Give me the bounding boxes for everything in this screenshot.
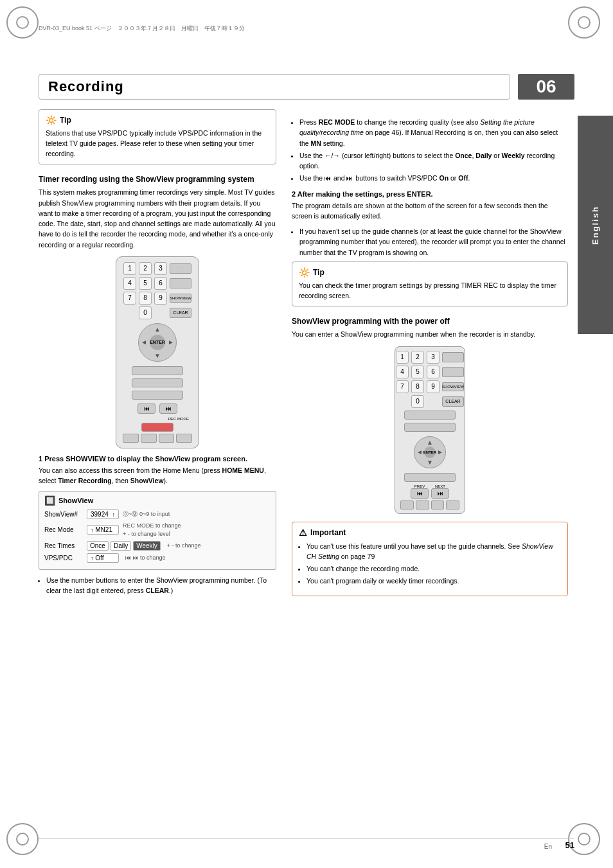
remote-btn-6: 6 <box>154 277 167 290</box>
remote-sm-nav-left: ◄ <box>416 448 423 456</box>
showview-row2-hint2: + - to change level <box>123 531 170 537</box>
remote-sm-nav-circle: ▲ ▼ ◄ ► ENTER <box>414 436 446 468</box>
remote-rec-btn <box>141 423 173 432</box>
remote-sm-btn-4: 4 <box>396 366 409 378</box>
remote-btn-2: 2 <box>139 262 152 275</box>
remote-wide-btn-2 <box>141 434 157 443</box>
remote-sm-long-btn-1 <box>404 411 456 420</box>
showview-weekly: Weekly <box>133 541 161 551</box>
remote-sm-long-btn-3 <box>404 473 456 482</box>
remote-sm-btn-1: 1 <box>396 351 409 364</box>
important-bullets: You can't use this feature until you hav… <box>299 541 561 587</box>
section1-heading: Timer recording using the ShowView progr… <box>39 175 276 184</box>
hint-icons: ⓪~⑨ <box>123 511 138 517</box>
remote-sm-btn-7: 7 <box>396 380 409 393</box>
showview-row4-label: VPS/PDC <box>44 554 83 562</box>
showview-row-2: Rec Mode ↑ MN21 REC MODE to change + - t… <box>44 522 271 538</box>
showview-row2-hint1: REC MODE to change <box>123 522 181 529</box>
showview-row-3: Rec Times Once Daily Weekly + - to chang… <box>44 541 271 551</box>
remote-sm-btn-6: 6 <box>427 366 440 378</box>
remote-left: 1 2 3 4 5 6 7 8 <box>116 256 199 448</box>
tip-label-2: Tip <box>313 268 324 277</box>
showview-row4-value: ↑ Off <box>87 553 119 563</box>
step2-body: The program details are shown at the bot… <box>292 200 568 222</box>
remote-btn-5: 5 <box>139 277 152 290</box>
remote-sm-placeholder-r2 <box>442 367 464 377</box>
rec-mode-label: REC MODE <box>123 417 192 421</box>
remote-transport: ⏮ ⏭ <box>138 403 177 414</box>
remote-enter-btn: ENTER <box>150 335 165 350</box>
remote-showview-btn: SHOWVIEW <box>170 294 191 303</box>
important-label: Important <box>310 528 346 537</box>
remote-btn-4: 4 <box>123 277 136 290</box>
remote-nav-up: ▲ <box>154 326 161 333</box>
remote-sm-btn-9: 9 <box>427 380 440 393</box>
showview-row2-label: Rec Mode <box>44 526 83 533</box>
section2-heading: ShowView programming with the power off <box>292 317 568 326</box>
showview-row1-value: 39924 ↑ <box>87 509 119 519</box>
remote-sm-btn-0: 0 <box>411 395 424 408</box>
remote-rew-btn: ⏮ <box>138 403 155 414</box>
remote-row-789: 7 8 9 SHOWVIEW <box>123 292 191 305</box>
remote-row-123: 1 2 3 <box>123 262 191 275</box>
tip-label-1: Tip <box>60 116 71 125</box>
prev-label: PREV <box>414 484 425 488</box>
remote-wide-btn-1 <box>123 434 139 443</box>
remote-nav-down: ▼ <box>154 352 161 359</box>
showview-title-text: ShowView <box>58 497 93 504</box>
remote-row-0: 0 CLEAR <box>123 306 191 319</box>
right-top-bullets: Press REC MODE to change the recording q… <box>292 117 568 184</box>
bottom-bar <box>39 838 574 839</box>
page-number: 51 <box>565 840 574 850</box>
showview-row3-hint: + - to change <box>167 542 271 549</box>
right-bullet-3: Use the ⏮ and ⏭ buttons to switch VPS/PD… <box>299 173 568 183</box>
remote-sm-wide-btn-3 <box>431 500 445 509</box>
step2-heading-text: 2 After making the settings, press ENTER… <box>292 190 433 198</box>
remote-sm-row-456: 4 5 6 <box>396 366 464 378</box>
showview-number-value: 39924 <box>91 511 109 518</box>
showview-vpspdc-value: Off <box>95 554 103 562</box>
remote-long-btn-1 <box>132 366 183 375</box>
remote-sm-long-btn-2 <box>404 423 456 432</box>
showview-recmode-value: MN21 <box>95 526 112 533</box>
remote-sm-bottom-row <box>400 500 459 509</box>
right-bullet-2: Use the ←/→ (cursor left/right) buttons … <box>299 150 568 172</box>
tip-icon-1: 🔆 <box>46 115 57 125</box>
remote-sm-nav-up: ▲ <box>427 439 433 446</box>
showview-row1-hint-text: 0~9 to input <box>139 511 170 517</box>
remote-sm-btn-5: 5 <box>411 366 424 378</box>
left-column: 🔆 Tip Stations that use VPS/PDC typicall… <box>39 109 276 599</box>
showview-once: Once <box>87 541 109 551</box>
remote-nav-left: ◄ <box>141 339 147 346</box>
remote-btn-1: 1 <box>123 262 136 275</box>
remote-sm-placeholder-r1 <box>442 352 464 362</box>
showview-row1-label: ShowView# <box>44 511 83 518</box>
remote-sm-btn-3: 3 <box>427 351 440 364</box>
important-bullet-1: You can't use this feature until you hav… <box>306 541 561 562</box>
page-en-label: En <box>544 843 552 850</box>
tip-icon-2: 🔆 <box>299 267 310 278</box>
showview-row-1: ShowView# 39924 ↑ ⓪~⑨ 0~9 to input <box>44 509 271 519</box>
showview-title: 🔲 ShowView <box>44 495 271 506</box>
page-outer: DVR-03_EU.book 51 ページ ２００３年７月２８日 月曜日 午後７… <box>0 0 613 868</box>
corner-decoration-tr <box>568 6 607 45</box>
remote-illustration-right: 1 2 3 4 5 6 7 8 <box>292 346 568 514</box>
showview-row2-value: ↑ MN21 <box>87 525 119 535</box>
remote-illustration-left: 1 2 3 4 5 6 7 8 <box>39 256 276 448</box>
remote-right: 1 2 3 4 5 6 7 8 <box>395 346 465 514</box>
step2-bullet-list: If you haven't set up the guide channels… <box>292 226 568 258</box>
showview-screen: 🔲 ShowView ShowView# 39924 ↑ ⓪~⑨ 0~9 to … <box>39 491 276 569</box>
step1-heading-text: 1 Press SHOWVIEW to display the ShowView… <box>39 455 247 463</box>
remote-placeholder-r2 <box>170 278 191 288</box>
right-column: Press REC MODE to change the recording q… <box>292 109 568 599</box>
remote-sm-row-789: 7 8 9 SHOWVIEW <box>396 380 464 393</box>
remote-fwd-btn: ⏭ <box>159 403 177 414</box>
tip-content-2: You can check the timer program settings… <box>299 281 561 301</box>
page-title: Recording <box>48 78 124 95</box>
showview-icon: 🔲 <box>44 495 55 506</box>
sidebar-language-label: English <box>591 206 600 245</box>
remote-sm-prev-btn: ⏮ <box>411 488 429 499</box>
showview-row4-hint: ⏮ ⏭ to change <box>125 554 271 561</box>
chapter-box: 06 <box>518 74 574 100</box>
remote-sm-nav-right: ► <box>437 448 443 456</box>
